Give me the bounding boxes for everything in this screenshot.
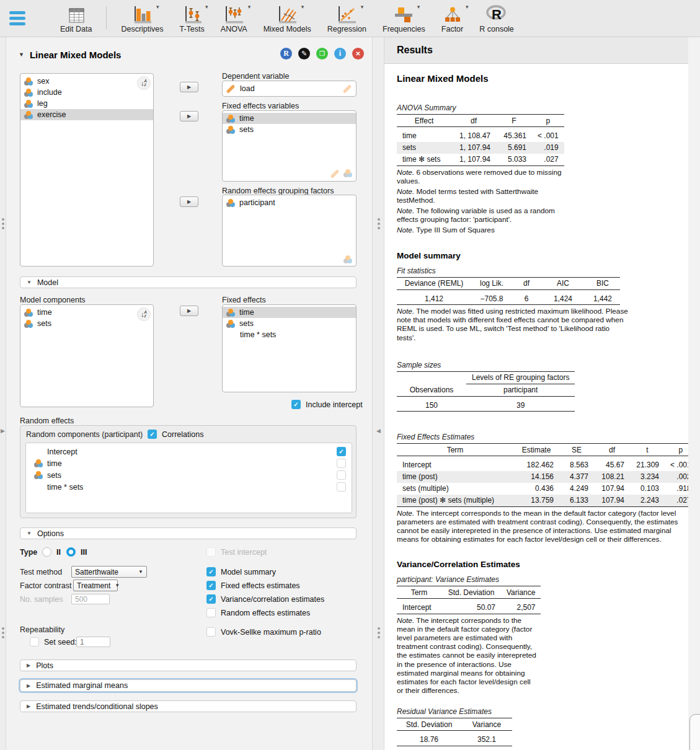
r-syntax-icon[interactable]: R: [280, 48, 292, 60]
section-label: Estimated marginal means: [36, 681, 128, 690]
checkbox-label: Test intercept: [221, 548, 267, 557]
splitter-handle-icon[interactable]: [2, 627, 4, 638]
toolbar-item-factor[interactable]: ▾ Factor: [433, 0, 471, 37]
section-estimated-trends[interactable]: ▶ Estimated trends/conditional slopes: [20, 700, 357, 712]
section-estimated-marginal-means[interactable]: ▶ Estimated marginal means: [20, 679, 357, 692]
splitter-handle-icon[interactable]: [378, 218, 380, 229]
list-item[interactable]: time: [20, 307, 153, 318]
fixed-effects-estimates-checkbox[interactable]: Fixed effects estimates: [206, 581, 300, 590]
fixed-effects-table: TermEstimateSEdftp Intercept182.4628.563…: [397, 443, 688, 507]
assign-fixed-button[interactable]: ▶: [180, 111, 198, 121]
model-components-box: time sets ↓Az: [20, 304, 154, 407]
radio-label: II: [56, 548, 61, 557]
seed-input[interactable]: [76, 637, 110, 647]
collapse-analysis-icon[interactable]: ▼: [19, 51, 24, 58]
vovk-sellke-checkbox[interactable]: Vovk-Sellke maximum p-ratio: [206, 627, 321, 637]
duplicate-icon[interactable]: ❐: [316, 48, 328, 60]
fixed-effects-caption: Fixed Effects Estimates: [397, 433, 684, 441]
splitter-handle-icon[interactable]: [2, 218, 4, 229]
toolbar-item-mixed-models[interactable]: ▾ Mixed Models: [255, 0, 319, 37]
info-icon[interactable]: i: [334, 48, 346, 60]
menu-caret-icon: ▾: [417, 4, 420, 10]
section-plots[interactable]: ▶ Plots: [20, 660, 357, 671]
toolbar-item-descriptives[interactable]: ▾ Descriptives: [113, 0, 171, 37]
toolbar-item-t-tests[interactable]: ▾ T-Tests: [172, 0, 213, 37]
random-component-row[interactable]: sets: [26, 469, 352, 481]
assign-grouping-button[interactable]: ▶: [180, 196, 198, 207]
model-summary-checkbox[interactable]: Model summary: [206, 567, 276, 576]
factor-contrast-dropdown[interactable]: Treatment ▼: [73, 580, 118, 591]
splitter-handle-icon[interactable]: [378, 627, 380, 638]
checkbox-unchecked-icon[interactable]: [337, 459, 346, 468]
results-title: Linear Mixed Models: [397, 73, 684, 84]
list-item[interactable]: sets: [20, 318, 153, 329]
checkbox-unchecked-icon[interactable]: [30, 637, 39, 646]
checkbox-unchecked-icon[interactable]: [206, 627, 216, 637]
variable-label: participant: [239, 198, 275, 207]
type-ii-radio[interactable]: II: [42, 547, 61, 557]
no-samples-input: [71, 594, 110, 604]
list-item[interactable]: sets: [223, 318, 356, 329]
checkbox-label: Fixed effects estimates: [221, 581, 300, 590]
hamburger-menu-icon[interactable]: [0, 0, 36, 37]
include-intercept-checkbox[interactable]: Include intercept: [291, 400, 363, 409]
list-item[interactable]: time * sets: [223, 329, 356, 340]
toolbar-item-edit-data[interactable]: Edit Data: [52, 0, 100, 37]
participant-variance-caption: participant: Variance Estimates: [397, 575, 684, 584]
sort-variables-icon[interactable]: ↓Az: [137, 76, 151, 90]
section-model[interactable]: ▼ Model: [20, 276, 357, 288]
type-iii-radio[interactable]: III: [66, 547, 87, 557]
checkbox-label: Include intercept: [306, 400, 363, 409]
checkbox-checked-icon[interactable]: [206, 567, 216, 576]
variable-label: sets: [239, 125, 254, 134]
toolbar-item-regression[interactable]: ▾ Regression: [319, 0, 374, 37]
random-effects-estimates-checkbox[interactable]: Random effects estimates: [206, 608, 310, 617]
sort-variables-icon[interactable]: ↓Az: [137, 307, 151, 321]
random-component-row[interactable]: Intercept: [26, 446, 352, 457]
checkbox-unchecked-icon[interactable]: [337, 482, 346, 492]
random-component-row[interactable]: time: [26, 457, 352, 469]
data-panel-splitter[interactable]: ▶: [0, 37, 6, 750]
assign-model-term-button[interactable]: ▶: [180, 306, 198, 316]
section-options[interactable]: ▼ Options: [20, 527, 357, 539]
term-label: Intercept: [47, 448, 337, 456]
list-item[interactable]: participant: [223, 197, 356, 208]
checkbox-checked-icon[interactable]: [337, 447, 346, 456]
test-method-dropdown[interactable]: Satterthwaite ▼: [71, 566, 147, 578]
variance-correlation-estimates-checkbox[interactable]: Variance/correlation estimates: [206, 594, 324, 604]
correlations-checkbox[interactable]: Correlations: [148, 430, 203, 439]
assign-dependent-button[interactable]: ▶: [180, 82, 198, 92]
list-item[interactable]: sex: [20, 76, 153, 87]
random-component-row[interactable]: time * sets: [26, 481, 352, 493]
main-toolbar: Edit Data ▾ Descriptives ▾ T-Tests ▾ ANO…: [0, 0, 700, 37]
radio-selected-icon[interactable]: [66, 547, 76, 557]
close-icon[interactable]: ✕: [352, 48, 364, 60]
toolbar-item-r-console[interactable]: R R console: [471, 0, 522, 37]
expand-right-icon[interactable]: ▶: [1, 428, 5, 434]
variable-label: load: [240, 84, 339, 93]
set-seed-checkbox[interactable]: Set seed:: [30, 637, 77, 646]
collapse-left-icon[interactable]: ◀: [376, 428, 381, 434]
list-item[interactable]: include: [20, 87, 153, 98]
edit-title-icon[interactable]: ✎: [298, 48, 310, 60]
list-item-selected[interactable]: exercise: [20, 109, 153, 120]
checkbox-checked-icon[interactable]: [291, 400, 301, 409]
list-item-selected[interactable]: time: [223, 307, 356, 318]
checkbox-checked-icon[interactable]: [206, 581, 216, 590]
toolbar-item-anova[interactable]: ▾ ANOVA: [213, 0, 255, 37]
dependent-variable-box[interactable]: load: [222, 81, 357, 97]
regression-icon: ▾: [335, 3, 358, 24]
checkbox-label: Random effects estimates: [221, 609, 310, 617]
toolbar-item-frequencies[interactable]: ▾ Frequencies: [374, 0, 433, 37]
radio-unselected-icon[interactable]: [42, 547, 51, 557]
checkbox-checked-icon[interactable]: [206, 594, 216, 604]
checkbox-checked-icon[interactable]: [148, 430, 157, 439]
list-item-selected[interactable]: time: [223, 113, 356, 124]
panel-splitter[interactable]: ◀: [372, 37, 384, 750]
list-item[interactable]: load: [223, 81, 356, 96]
list-item[interactable]: leg: [20, 98, 153, 109]
list-item[interactable]: sets: [223, 124, 356, 135]
checkbox-unchecked-icon[interactable]: [337, 470, 346, 480]
checkbox-unchecked-icon[interactable]: [206, 608, 216, 617]
corner-widget[interactable]: [689, 714, 700, 750]
